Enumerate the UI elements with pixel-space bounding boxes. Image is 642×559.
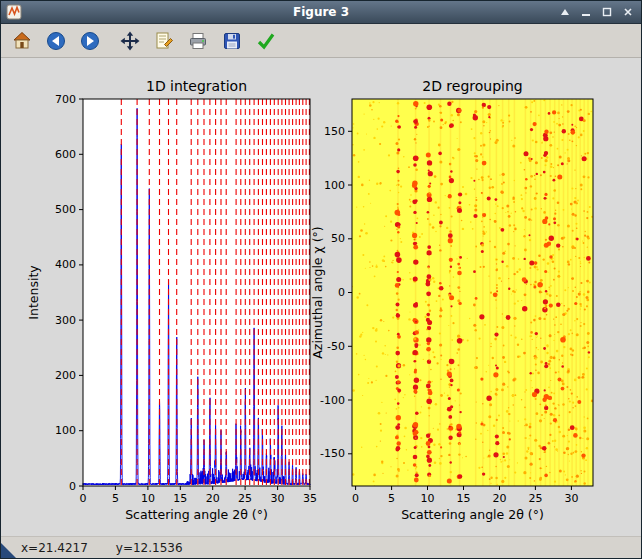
titlebar[interactable]: Figure 3 xyxy=(1,1,641,24)
svg-text:2D regrouping: 2D regrouping xyxy=(422,78,523,94)
plot-2d-regrouping[interactable]: 051015202530-150-100-500501001502D regro… xyxy=(310,78,593,522)
window-title: Figure 3 xyxy=(1,1,641,24)
svg-text:30: 30 xyxy=(271,492,285,505)
svg-text:5: 5 xyxy=(388,492,395,505)
cursor-y-readout: y=12.1536 xyxy=(116,541,183,555)
svg-text:15: 15 xyxy=(173,492,187,505)
svg-text:-100: -100 xyxy=(320,394,345,407)
home-button[interactable] xyxy=(9,28,35,54)
back-arrow-icon xyxy=(46,31,66,51)
forward-button[interactable] xyxy=(77,28,103,54)
shade-button[interactable] xyxy=(556,5,573,20)
svg-text:10: 10 xyxy=(421,492,435,505)
svg-text:Scattering angle 2θ (°): Scattering angle 2θ (°) xyxy=(125,507,268,522)
toolbar xyxy=(1,24,641,58)
maximize-button[interactable] xyxy=(598,5,615,20)
statusbar: x=21.4217 y=12.1536 xyxy=(1,536,641,558)
svg-text:-50: -50 xyxy=(327,340,345,353)
svg-text:15: 15 xyxy=(457,492,471,505)
svg-text:100: 100 xyxy=(324,179,345,192)
svg-text:Intensity: Intensity xyxy=(26,265,41,320)
green-check-icon xyxy=(256,31,276,51)
maximize-icon xyxy=(602,7,612,17)
svg-text:100: 100 xyxy=(55,424,76,437)
print-button[interactable] xyxy=(185,28,211,54)
svg-text:600: 600 xyxy=(55,148,76,161)
svg-text:5: 5 xyxy=(112,492,119,505)
plots-svg[interactable]: 0510152025303501002003004005006007001D i… xyxy=(1,58,641,536)
window-icon xyxy=(6,4,22,20)
pan-arrows-icon xyxy=(120,31,140,51)
cursor-x-readout: x=21.4217 xyxy=(21,541,88,555)
svg-text:0: 0 xyxy=(338,286,345,299)
back-button[interactable] xyxy=(43,28,69,54)
shade-icon xyxy=(560,7,570,17)
save-button[interactable] xyxy=(219,28,245,54)
svg-text:Scattering angle 2θ (°): Scattering angle 2θ (°) xyxy=(401,507,544,522)
minimize-button[interactable] xyxy=(577,5,594,20)
pan-button[interactable] xyxy=(117,28,143,54)
floppy-disk-icon xyxy=(222,31,242,51)
svg-text:700: 700 xyxy=(55,93,76,106)
home-icon xyxy=(12,31,32,51)
svg-text:300: 300 xyxy=(55,314,76,327)
svg-text:20: 20 xyxy=(493,492,507,505)
svg-text:500: 500 xyxy=(55,203,76,216)
close-icon xyxy=(623,7,633,17)
edit-button[interactable] xyxy=(151,28,177,54)
figure-window: Figure 3 xyxy=(0,0,642,559)
forward-arrow-icon xyxy=(80,31,100,51)
svg-text:150: 150 xyxy=(324,125,345,138)
svg-text:1D integration: 1D integration xyxy=(146,78,247,94)
svg-text:50: 50 xyxy=(331,232,345,245)
svg-text:35: 35 xyxy=(303,492,317,505)
svg-text:10: 10 xyxy=(141,492,155,505)
svg-text:25: 25 xyxy=(528,492,542,505)
close-button[interactable] xyxy=(619,5,636,20)
svg-text:Azimuthal angle χ (°): Azimuthal angle χ (°) xyxy=(310,226,325,358)
svg-text:25: 25 xyxy=(238,492,252,505)
svg-text:400: 400 xyxy=(55,258,76,271)
svg-text:20: 20 xyxy=(206,492,220,505)
svg-text:0: 0 xyxy=(352,492,359,505)
svg-text:200: 200 xyxy=(55,369,76,382)
edit-page-icon xyxy=(154,31,174,51)
window-controls xyxy=(556,5,636,20)
svg-text:0: 0 xyxy=(69,480,76,493)
svg-text:0: 0 xyxy=(80,492,87,505)
svg-text:-150: -150 xyxy=(320,447,345,460)
plot-1d-integration[interactable]: 0510152025303501002003004005006007001D i… xyxy=(26,78,317,522)
minimize-icon xyxy=(581,7,591,17)
figure-area[interactable]: 0510152025303501002003004005006007001D i… xyxy=(1,58,641,536)
corner-grip xyxy=(1,543,16,558)
printer-icon xyxy=(188,31,208,51)
validate-button[interactable] xyxy=(253,28,279,54)
svg-text:30: 30 xyxy=(564,492,578,505)
